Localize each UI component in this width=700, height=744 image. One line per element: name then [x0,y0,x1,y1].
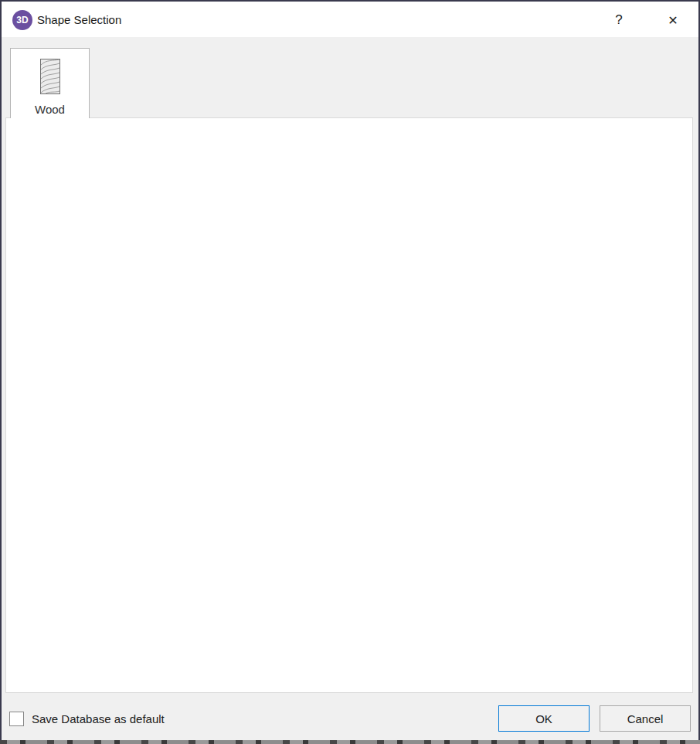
app-3d-icon: 3D [12,10,32,30]
shape-selection-dialog: 3D Shape Selection ? ✕ Wood [0,0,700,744]
tab-content-panel [5,117,693,693]
tab-wood-label: Wood [35,103,65,116]
window-title: Shape Selection [37,2,121,37]
ok-button[interactable]: OK [498,705,590,732]
cancel-button[interactable]: Cancel [600,705,691,732]
title-bar: 3D Shape Selection ? ✕ [2,2,698,37]
close-button[interactable]: ✕ [658,6,688,34]
background-app-strip [0,740,700,744]
window-border-top [0,0,700,2]
help-button[interactable]: ? [604,6,634,34]
wood-grain-icon [40,59,60,97]
tab-wood[interactable]: Wood [10,48,90,118]
save-database-checkbox[interactable] [9,712,24,726]
window-border-left [0,0,2,740]
save-database-checkbox-label: Save Database as default [32,711,165,727]
